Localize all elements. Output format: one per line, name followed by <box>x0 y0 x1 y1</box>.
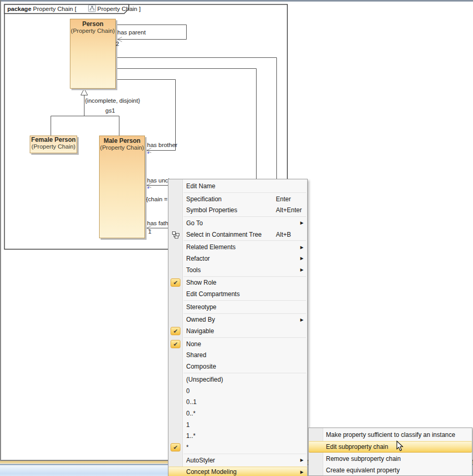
package-frame-tab-label[interactable]: package Property Chain [ Property Chain … <box>7 5 141 13</box>
has-parent-label[interactable]: has parent <box>117 29 145 35</box>
class-person[interactable]: Person (Property Chain) <box>70 19 116 89</box>
menu-item-label: 1 <box>186 421 190 429</box>
submenu-arrow-icon: ▶ <box>300 267 304 272</box>
class-stereotype: (Property Chain) <box>100 144 144 151</box>
menu-item-gutter <box>168 230 183 239</box>
frame-bracket-open: [ <box>75 6 76 12</box>
context-menu: Edit NameSpecificationEnterSymbol Proper… <box>168 179 308 476</box>
menu-item-label: Specification <box>186 196 222 203</box>
checkmark-icon: ✔ <box>171 278 180 287</box>
menu-separator <box>184 454 306 454</box>
menu-item-unspecified[interactable]: (Unspecified) <box>168 374 307 385</box>
menu-item-label: (Unspecified) <box>186 376 223 383</box>
menu-item-gutter: ✔ <box>168 443 183 451</box>
concept-modeling-submenu: Make property sufficient to classify an … <box>308 428 472 476</box>
menu-item-label: 0..1 <box>186 398 197 406</box>
menu-separator <box>184 276 306 277</box>
shortcut-label: Enter <box>276 196 291 203</box>
containment-tree-icon <box>172 230 180 239</box>
shortcut-label: Alt+B <box>276 231 291 238</box>
menu-item-concept-modeling[interactable]: Concept Modeling▶ <box>168 467 307 476</box>
menu-separator <box>184 192 306 193</box>
frame-diagram-name: Property Chain <box>98 6 138 12</box>
submenu-arrow-icon: ▶ <box>300 221 304 225</box>
menu-item-label: Go To <box>186 219 203 227</box>
menu-item-0-1[interactable]: 0..1 <box>168 396 307 408</box>
menu-item-navigable[interactable]: ✔Navigable <box>168 325 307 337</box>
generalization-constraint-label[interactable]: {incomplete, disjoint} <box>85 97 140 104</box>
menu-item-label: Stereotype <box>186 303 216 311</box>
class-female-person[interactable]: Female Person (Property Chain) <box>30 136 77 153</box>
menu-item-make-property-sufficient-to-classify-an-instance[interactable]: Make property sufficient to classify an … <box>309 429 472 441</box>
has-brother-label[interactable]: has brother <box>147 142 177 148</box>
class-name: Person <box>70 19 115 28</box>
menu-item-composite[interactable]: Composite <box>168 361 307 372</box>
menu-item-label: Edit subproperty chain <box>326 443 388 450</box>
menu-item-specification[interactable]: SpecificationEnter <box>168 193 307 205</box>
menu-item-autostyler[interactable]: AutoStyler▶ <box>168 455 307 466</box>
menu-item-label: Show Role <box>186 279 216 286</box>
submenu-arrow-icon: ▶ <box>300 470 304 474</box>
checkmark-icon: ✔ <box>171 340 180 348</box>
submenu-arrow-icon: ▶ <box>300 318 304 322</box>
class-male-person[interactable]: Male Person (Property Chain) <box>99 136 145 238</box>
menu-item-item-30[interactable]: ✔* <box>168 442 307 453</box>
generalization-set-label[interactable]: gs1 <box>105 107 115 114</box>
menu-item-go-to[interactable]: Go To▶ <box>168 217 307 229</box>
menu-item-create-equivalent-property[interactable]: Create equivalent property <box>309 465 472 476</box>
menu-item-label: 0 <box>186 387 190 395</box>
menu-item-label: 1..* <box>186 432 196 440</box>
menu-item-label: Navigable <box>186 327 214 335</box>
menu-item-1[interactable]: 1..* <box>168 430 307 442</box>
menu-item-stereotype[interactable]: Stereotype <box>168 301 307 313</box>
menu-item-symbol-properties[interactable]: Symbol PropertiesAlt+Enter <box>168 204 307 216</box>
menu-item-label: Related Elements <box>186 243 236 251</box>
menu-item-1[interactable]: 1 <box>168 419 307 431</box>
menu-separator <box>184 373 306 373</box>
menu-item-label: AutoStyler <box>186 457 215 464</box>
menu-item-label: Remove subproperty chain <box>326 455 401 462</box>
frame-package-name: Property Chain <box>33 6 73 12</box>
has-uncle-multiplicity[interactable]: * <box>147 186 149 192</box>
menu-separator <box>184 313 306 314</box>
menu-item-remove-subproperty-chain[interactable]: Remove subproperty chain <box>309 453 472 465</box>
menu-item-label: Symbol Properties <box>186 206 237 214</box>
has-uncle-label[interactable]: has uncl <box>147 177 169 184</box>
has-father-label[interactable]: has fath <box>147 220 168 226</box>
menu-item-label: Shared <box>186 351 207 359</box>
menu-item-tools[interactable]: Tools▶ <box>168 264 307 276</box>
menu-item-edit-compartments[interactable]: Edit Compartments <box>168 288 307 300</box>
menu-separator <box>184 300 306 301</box>
menu-item-label: Edit Compartments <box>186 290 240 298</box>
menu-item-owned-by[interactable]: Owned By▶ <box>168 314 307 326</box>
class-stereotype: (Property Chain) <box>30 143 77 150</box>
canvas-left-border <box>0 0 1 461</box>
submenu-arrow-icon: ▶ <box>300 256 304 261</box>
menu-item-label: Make property sufficient to classify an … <box>326 431 455 438</box>
menu-item-gutter: ✔ <box>168 278 183 287</box>
menu-item-label: Owned By <box>186 316 215 323</box>
menu-item-refactor[interactable]: Refactor▶ <box>168 253 307 264</box>
menu-item-0[interactable]: 0 <box>168 385 307 397</box>
has-brother-multiplicity[interactable]: * <box>147 151 149 157</box>
has-father-multiplicity[interactable]: 1 <box>148 228 151 235</box>
menu-item-edit-subproperty-chain[interactable]: Edit subproperty chain <box>309 441 472 453</box>
submenu-arrow-icon: ▶ <box>300 458 304 462</box>
menu-item-related-elements[interactable]: Related Elements▶ <box>168 241 307 253</box>
menu-item-select-in-containment-tree[interactable]: Select in Containment TreeAlt+B <box>168 229 307 240</box>
menu-item-none[interactable]: ✔None <box>168 338 307 350</box>
diagram-icon <box>78 0 95 19</box>
menu-separator <box>184 216 306 217</box>
menu-separator <box>184 240 306 241</box>
menu-item-show-role[interactable]: ✔Show Role <box>168 277 307 289</box>
menu-item-shared[interactable]: Shared <box>168 350 307 361</box>
menu-item-label: 0..* <box>186 410 196 417</box>
has-parent-multiplicity[interactable]: 2 <box>116 41 119 47</box>
menu-item-0[interactable]: 0..* <box>168 408 307 419</box>
menu-item-label: Concept Modeling <box>186 468 237 475</box>
checkmark-icon: ✔ <box>171 327 180 335</box>
checkmark-icon: ✔ <box>171 443 180 451</box>
menu-item-edit-name[interactable]: Edit Name <box>168 180 307 192</box>
application-window: package Property Chain [ Property Chain … <box>0 0 473 476</box>
menu-item-label: Edit Name <box>186 182 215 190</box>
